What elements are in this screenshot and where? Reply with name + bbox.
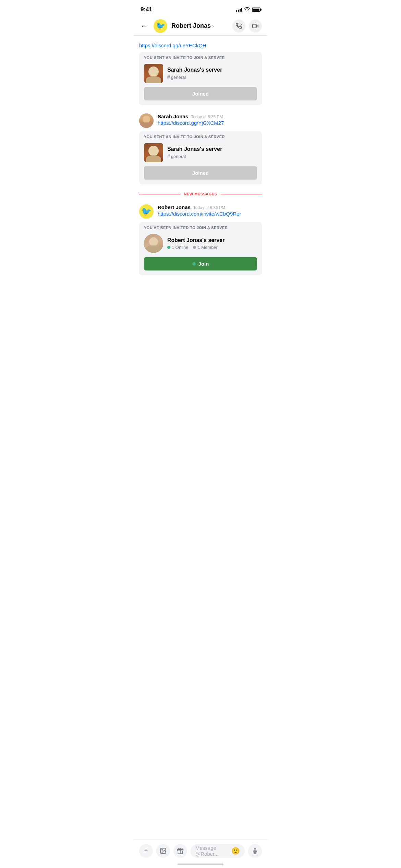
sarah-avatar: [139, 113, 154, 128]
invite-card-2: YOU SENT AN INVITE TO JOIN A SERVER Sara…: [139, 131, 262, 184]
link-message-1: https://discord.gg/ueYECkQH: [134, 38, 267, 50]
divider-line-right: [221, 194, 262, 194]
call-button[interactable]: [232, 20, 245, 33]
sarah-message-meta: Sarah Jonas Today at 6:35 PM: [158, 113, 262, 119]
invite-card-header-2: YOU SENT AN INVITE TO JOIN A SERVER: [139, 131, 262, 141]
member-count: 1 Member: [193, 245, 218, 250]
svg-marker-0: [256, 25, 258, 27]
online-count: 1 Online: [167, 245, 188, 250]
sarah-message-content: Sarah Jonas Today at 6:35 PM https://dis…: [158, 113, 262, 126]
chat-header: ← 🐦 Robert Jonas ›: [134, 16, 267, 36]
header-actions: [232, 20, 262, 33]
invite-card-header-1: YOU SENT AN INVITE TO JOIN A SERVER: [139, 52, 262, 62]
invite-link-1[interactable]: https://discord.gg/ueYECkQH: [139, 43, 206, 48]
robert-message-meta: Robert Jonas Today at 6:36 PM: [158, 204, 262, 210]
server-name-1: Sarah Jonas's server: [167, 67, 257, 73]
new-messages-divider: NEW MESSAGES: [134, 186, 267, 202]
server-image-2: [144, 143, 163, 162]
video-call-button[interactable]: [249, 20, 262, 33]
chevron-right-icon: ›: [212, 23, 214, 29]
join-label: Join: [198, 261, 209, 267]
robert-msg-avatar: 🐦: [139, 204, 154, 219]
server-channel-2: # general: [167, 154, 257, 159]
invite-card-body-1: Sarah Jonas's server # general: [139, 62, 262, 87]
message-row-sarah: Sarah Jonas Today at 6:35 PM https://dis…: [134, 111, 267, 129]
header-name-row[interactable]: Robert Jonas ›: [171, 22, 228, 29]
robert-message-time: Today at 6:36 PM: [193, 205, 225, 210]
divider-line-left: [139, 194, 180, 194]
online-text: 1 Online: [172, 245, 188, 250]
chat-area: https://discord.gg/ueYECkQH YOU SENT AN …: [134, 36, 267, 312]
avatar: 🐦: [154, 19, 167, 33]
invite-card-body-3: Robert Jonas's server 1 Online 1 Member: [139, 232, 262, 257]
invite-card-body-2: Sarah Jonas's server # general: [139, 141, 262, 166]
channel-name-2: general: [171, 154, 186, 159]
invite-card-header-3: YOU'VE BEEN INVITED TO JOIN A SERVER: [139, 222, 262, 232]
status-time: 9:41: [141, 6, 152, 13]
header-name: Robert Jonas: [171, 22, 211, 29]
robert-avatar-emoji: 🐦: [156, 22, 165, 31]
svg-rect-1: [253, 24, 256, 28]
message-row-robert: 🐦 Robert Jonas Today at 6:36 PM https://…: [134, 202, 267, 220]
server-status-row: 1 Online 1 Member: [167, 245, 257, 250]
join-green-dot: [192, 262, 196, 266]
member-text: 1 Member: [197, 245, 218, 250]
server-name-2: Sarah Jonas's server: [167, 146, 257, 152]
status-bar: 9:41: [134, 0, 267, 16]
member-dot: [193, 246, 196, 249]
robert-message-content: Robert Jonas Today at 6:36 PM https://di…: [158, 204, 262, 217]
wifi-icon: [244, 7, 250, 12]
server-image-3: [144, 234, 163, 253]
signal-bars-icon: [236, 8, 242, 12]
hash-icon: #: [167, 74, 170, 80]
joined-button-2: Joined: [144, 166, 257, 180]
battery-icon: [252, 8, 260, 12]
robert-author: Robert Jonas: [158, 204, 191, 210]
sarah-author: Sarah Jonas: [158, 113, 188, 119]
online-dot: [167, 246, 170, 249]
hash-icon-2: #: [167, 154, 170, 159]
join-button[interactable]: Join: [144, 257, 257, 270]
new-messages-label: NEW MESSAGES: [184, 192, 217, 196]
channel-name-1: general: [171, 75, 186, 80]
server-info-2: Sarah Jonas's server # general: [167, 146, 257, 159]
back-button[interactable]: ←: [139, 20, 149, 32]
invite-link-3[interactable]: https://discord.com/invite/wCbQ9Rer: [158, 211, 241, 217]
invite-card-3: YOU'VE BEEN INVITED TO JOIN A SERVER Rob…: [139, 222, 262, 275]
server-name-3: Robert Jonas's server: [167, 237, 257, 243]
sarah-message-time: Today at 6:35 PM: [191, 114, 223, 119]
joined-button-1: Joined: [144, 87, 257, 100]
invite-link-2[interactable]: https://discord.gg/YjGXCM27: [158, 120, 224, 126]
server-channel-1: # general: [167, 74, 257, 80]
server-info-3: Robert Jonas's server 1 Online 1 Member: [167, 237, 257, 250]
server-info-1: Sarah Jonas's server # general: [167, 67, 257, 80]
status-icons: [236, 7, 260, 12]
invite-card-1: YOU SENT AN INVITE TO JOIN A SERVER Sara…: [139, 52, 262, 105]
server-image-1: [144, 64, 163, 83]
